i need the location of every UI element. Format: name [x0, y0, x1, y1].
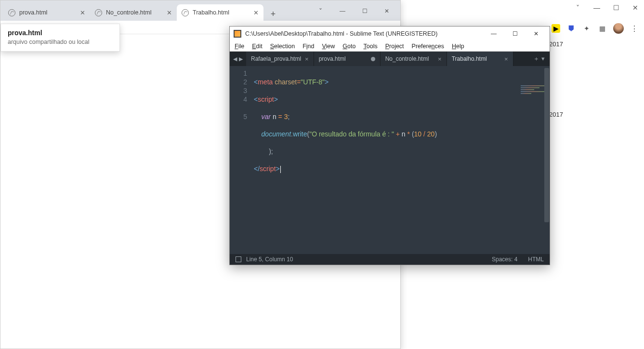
close-button[interactable]: ✕ [376, 5, 397, 17]
hover-card-title: prova.html [8, 29, 113, 37]
code-area[interactable]: <meta charset="UTF-8"> <script> var n = … [251, 66, 550, 254]
bg-maximize-button[interactable]: ☐ [610, 4, 622, 12]
line-number-gutter: 1 2 3 4 5 [230, 66, 251, 254]
status-indent[interactable]: Spaces: 4 [492, 256, 517, 263]
bg-year-label-2: 2017 [549, 111, 563, 118]
editor-scrollbar[interactable] [544, 66, 550, 254]
sublime-tab-prova[interactable]: prova.html [314, 52, 381, 66]
sublime-tabbar: ◀ ▶ Rafaela_prova.html × prova.html No_c… [230, 52, 550, 66]
text-caret [280, 166, 281, 173]
line-number: 5 [230, 112, 247, 121]
tab-close-icon[interactable]: ✕ [253, 9, 259, 16]
globe-icon [8, 9, 15, 16]
tab-label: Trabalho.html [193, 9, 229, 16]
sublime-minimize-button[interactable]: — [484, 28, 503, 40]
line-number: 2 [230, 78, 247, 86]
browser-tabstrip: prova.html ✕ No_controle.html ✕ Trabalho… [0, 0, 400, 21]
menu-preferences[interactable]: Preferences [412, 43, 444, 50]
extension-icon-grid[interactable]: ▦ [598, 24, 606, 33]
browser-tab-nocontrole[interactable]: No_controle.html ✕ [90, 4, 177, 21]
menu-find[interactable]: Find [302, 43, 314, 50]
hover-card-subtitle: arquivo compartilhado ou local [8, 39, 113, 45]
sublime-app-icon [234, 30, 241, 38]
sublime-titlebar[interactable]: C:\Users\Abel\Desktop\Trabalho.html - Su… [230, 27, 550, 41]
line-number: 4 [230, 95, 247, 104]
scrollbar-thumb[interactable] [544, 68, 549, 222]
minimize-button[interactable]: — [332, 5, 353, 17]
new-tab-button[interactable]: + [266, 7, 280, 21]
tab-nav-arrows[interactable]: ◀ ▶ [230, 52, 246, 66]
sublime-window: C:\Users\Abel\Desktop\Trabalho.html - Su… [229, 26, 550, 265]
tab-close-icon[interactable]: ✕ [80, 9, 85, 16]
profile-avatar[interactable] [613, 23, 624, 34]
sublime-tab-nocontrole[interactable]: No_controle.html × [381, 52, 447, 66]
menu-selection[interactable]: Selection [270, 43, 295, 50]
menu-file[interactable]: File [235, 43, 244, 50]
line-number: 1 [230, 69, 247, 78]
tab-close-icon[interactable]: × [305, 55, 309, 63]
bg-window-controls: ˅ — ☐ ✕ [572, 4, 641, 12]
menu-goto[interactable]: Goto [342, 43, 355, 50]
menu-tools[interactable]: Tools [363, 43, 377, 50]
sublime-menubar: File Edit Selection Find View Goto Tools… [230, 41, 550, 52]
tabsearch-chevron-icon[interactable]: ˅ [310, 5, 331, 17]
extension-icon-player[interactable]: ▶ [552, 24, 560, 33]
bg-chevron-icon[interactable]: ˅ [572, 4, 583, 12]
sublime-tab-label: prova.html [319, 55, 346, 62]
browser-menu-icon[interactable]: ⋮ [631, 24, 638, 33]
bg-year-label-1: 2017 [549, 40, 563, 48]
browser-window-controls: ˅ — ☐ ✕ [310, 2, 397, 17]
browser-tab-prova[interactable]: prova.html ✕ [3, 4, 90, 21]
sublime-close-button[interactable]: ✕ [526, 28, 546, 40]
line-number: 3 [230, 86, 247, 95]
sublime-window-controls: — ☐ ✕ [484, 28, 546, 40]
globe-icon [182, 9, 189, 16]
menu-edit[interactable]: Edit [252, 43, 263, 50]
status-position[interactable]: Line 5, Column 10 [246, 256, 293, 263]
tab-close-icon[interactable]: ✕ [167, 9, 172, 16]
bg-extension-bar: ▶ ⛊ ✦ ▦ ⋮ [552, 23, 638, 34]
sublime-editor[interactable]: 1 2 3 4 5 <meta charset="UTF-8"> <script… [230, 66, 550, 254]
maximize-button[interactable]: ☐ [354, 5, 375, 17]
tab-hover-card: prova.html arquivo compartilhado ou loca… [0, 24, 120, 52]
menu-project[interactable]: Project [385, 43, 404, 50]
sublime-maximize-button[interactable]: ☐ [505, 28, 525, 40]
sublime-title-text: C:\Users\Abel\Desktop\Trabalho.html - Su… [245, 30, 437, 37]
extension-icon-shield[interactable]: ⛊ [567, 24, 576, 33]
bg-minimize-button[interactable]: — [591, 4, 603, 12]
globe-icon [95, 9, 102, 16]
panel-toggle-icon[interactable] [236, 256, 241, 262]
sublime-tab-label: Rafaela_prova.html [251, 55, 301, 62]
sublime-tab-rafaela[interactable]: Rafaela_prova.html × [246, 52, 314, 66]
menu-view[interactable]: View [322, 43, 335, 50]
tab-close-icon[interactable]: × [504, 55, 508, 63]
menu-help[interactable]: Help [452, 43, 464, 50]
extension-icon-puzzle[interactable]: ✦ [582, 24, 591, 33]
tab-label: No_controle.html [106, 9, 152, 16]
sublime-tab-trabalho[interactable]: Trabalho.html × [447, 52, 513, 66]
tab-label: prova.html [19, 9, 47, 16]
sublime-tab-label: No_controle.html [385, 55, 429, 62]
browser-tab-trabalho[interactable]: Trabalho.html ✕ [177, 4, 263, 21]
tab-overflow-controls[interactable]: ＋ ▾ [528, 52, 550, 66]
status-syntax[interactable]: HTML [528, 256, 544, 263]
sublime-tab-label: Trabalho.html [452, 55, 487, 62]
dirty-indicator-icon [371, 57, 375, 61]
tab-close-icon[interactable]: × [438, 55, 442, 63]
bg-close-button[interactable]: ✕ [630, 4, 641, 12]
sublime-statusbar: Line 5, Column 10 Spaces: 4 HTML [230, 254, 550, 265]
